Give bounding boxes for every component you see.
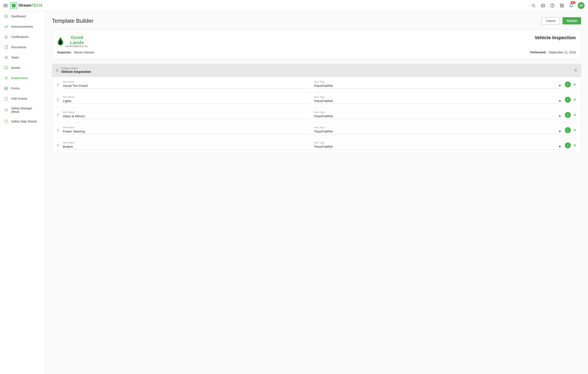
item-actions: i ✕ [565, 127, 577, 133]
item-delete-button[interactable]: ✕ [573, 128, 577, 133]
item-row: ☰ Item Name Glass & Mirrors Item Type Pa… [52, 107, 581, 123]
item-drag-handle[interactable]: ☰ [56, 113, 59, 117]
notification-count: 25+ [571, 1, 576, 4]
item-name-value[interactable]: Glass & Mirrors [63, 114, 310, 119]
svg-point-12 [5, 15, 8, 18]
item-info-button[interactable]: i [565, 127, 571, 133]
item-drag-handle[interactable]: ☰ [56, 98, 59, 102]
svg-point-14 [5, 35, 7, 37]
shield-icon [4, 96, 9, 101]
sidebar-label-forms: Forms [11, 87, 20, 90]
item-fields: Item Name Power Steering Item Type Pass/… [63, 126, 561, 134]
sidebar-item-assets[interactable]: Assets [0, 63, 45, 73]
page-header: Template Builder Cancel Submit [52, 17, 581, 24]
sidebar-item-certifications[interactable]: Certifications [0, 32, 45, 42]
item-delete-button[interactable]: ✕ [573, 112, 577, 117]
submit-button[interactable]: Submit [562, 17, 581, 24]
dashboard-icon [4, 14, 9, 19]
item-name-label: Item Name [63, 126, 310, 129]
item-type-select[interactable]: Pass/Fail/NA ▼ [314, 130, 562, 134]
item-name-value[interactable]: Visual Tire Check [63, 84, 310, 89]
sidebar-item-inspections[interactable]: Inspections [0, 73, 45, 83]
sidebar-label-announcements: Announcements [11, 25, 33, 28]
topnav-right: 25+ SH [531, 2, 585, 9]
item-drag-handle[interactable]: ☰ [56, 128, 59, 132]
notification-bell[interactable]: 25+ [568, 3, 574, 9]
sidebar-item-hse-events[interactable]: HSE Events [0, 94, 45, 104]
item-name-value[interactable]: Brakes [63, 145, 310, 149]
item-name-label: Item Name [63, 111, 310, 114]
user-avatar[interactable]: SH [578, 2, 585, 9]
template-meta: Inspector: Steven Hansen Performed: Sept… [57, 51, 576, 54]
contact-card-icon[interactable] [540, 3, 546, 9]
item-name-label: Item Name [63, 96, 310, 98]
grid-icon[interactable] [559, 3, 565, 9]
item-type-select[interactable]: Pass/Fail/NA ▼ [314, 84, 562, 89]
item-name-label: Item Name [63, 80, 310, 83]
item-drag-handle[interactable]: ☰ [56, 83, 59, 87]
main-content: Template Builder Cancel Submit Good Land… [45, 11, 588, 374]
sidebar-item-forms[interactable]: Forms [0, 83, 45, 94]
item-row: ☰ Item Name Visual Tire Check Item Type … [52, 77, 581, 92]
item-row: ☰ Item Name Brakes Item Type Pass/Fail/N… [52, 138, 581, 153]
item-type-select[interactable]: Pass/Fail/NA ▼ [314, 99, 562, 104]
help-icon[interactable] [549, 3, 556, 9]
app-logo: StreamTECH [10, 2, 42, 9]
item-type-label: Item Type [314, 80, 562, 83]
item-delete-button[interactable]: ✕ [573, 82, 577, 87]
item-fields: Item Name Visual Tire Check Item Type Pa… [63, 80, 561, 89]
sidebar-item-documents[interactable]: Documents [0, 42, 45, 52]
sidebar-item-safety-manager[interactable]: Safety Manager (Beta) [0, 104, 45, 116]
item-info-button[interactable]: i [565, 97, 571, 103]
chevron-down-icon: ▼ [558, 145, 561, 148]
sidebar-item-safety-data-sheets[interactable]: Safety Data Sheets [0, 116, 45, 126]
company-logo: Good Lands ENVIRONMENTAL INC. [57, 35, 89, 48]
sds-icon [4, 119, 9, 124]
category-drag-handle[interactable]: ☰ [55, 68, 59, 73]
sidebar-label-hse-events: HSE Events [11, 97, 27, 100]
item-type-value: Pass/Fail/NA [314, 114, 333, 118]
item-type-select[interactable]: Pass/Fail/NA ▼ [314, 114, 562, 119]
item-drag-handle[interactable]: ☰ [56, 144, 59, 147]
item-type-label: Item Type [314, 126, 562, 129]
item-name-field: Item Name Glass & Mirrors [63, 111, 310, 119]
item-rows-container: ☰ Item Name Visual Tire Check Item Type … [52, 77, 581, 153]
sidebar-item-announcements[interactable]: Announcements [0, 21, 45, 32]
item-type-field: Item Type Pass/Fail/NA ▼ [314, 111, 562, 119]
category-close-button[interactable]: ✕ [574, 68, 578, 73]
company-name-badge: Good Lands ENVIRONMENTAL INC. [65, 35, 89, 48]
sidebar-label-documents: Documents [11, 45, 26, 49]
item-info-button[interactable]: i [565, 142, 571, 148]
item-fields: Item Name Brakes Item Type Pass/Fail/NA … [63, 141, 561, 149]
item-type-value: Pass/Fail/NA [314, 99, 333, 103]
inspector-value: Steven Hansen [74, 51, 94, 54]
cancel-button[interactable]: Cancel [541, 17, 560, 24]
logo-icon [10, 2, 17, 9]
template-card: Good Lands ENVIRONMENTAL INC. Vehicle In… [52, 30, 581, 59]
hamburger-menu[interactable] [3, 4, 8, 7]
svg-line-1 [534, 6, 536, 7]
item-info-button[interactable]: i [565, 112, 571, 118]
item-delete-button[interactable]: ✕ [573, 97, 577, 102]
item-actions: i ✕ [565, 82, 577, 87]
performed-field: Performed: September 12, 2023 [531, 51, 576, 54]
performed-label: Performed: [531, 51, 547, 54]
item-name-value[interactable]: Lights [63, 99, 310, 104]
search-icon[interactable] [531, 3, 536, 9]
chevron-down-icon: ▼ [558, 130, 561, 133]
sidebar-item-tasks[interactable]: Tasks [0, 52, 45, 63]
item-delete-button[interactable]: ✕ [573, 143, 577, 148]
sidebar-item-dashboard[interactable]: Dashboard [0, 11, 45, 21]
item-row: ☰ Item Name Lights Item Type Pass/Fail/N… [52, 92, 581, 107]
item-type-field: Item Type Pass/Fail/NA ▼ [314, 126, 562, 134]
item-type-value: Pass/Fail/NA [314, 84, 333, 87]
layout: Dashboard Announcements Certifications D… [0, 11, 588, 374]
item-type-select[interactable]: Pass/Fail/NA ▼ [314, 145, 562, 149]
item-info-button[interactable]: i [565, 82, 571, 87]
item-name-value[interactable]: Power Steering [63, 130, 310, 134]
sidebar: Dashboard Announcements Certifications D… [0, 11, 45, 374]
chevron-down-icon: ▼ [558, 84, 561, 87]
page-title: Template Builder [52, 18, 94, 24]
inspector-label: Inspector: [57, 51, 72, 54]
item-type-value: Pass/Fail/NA [314, 145, 333, 148]
